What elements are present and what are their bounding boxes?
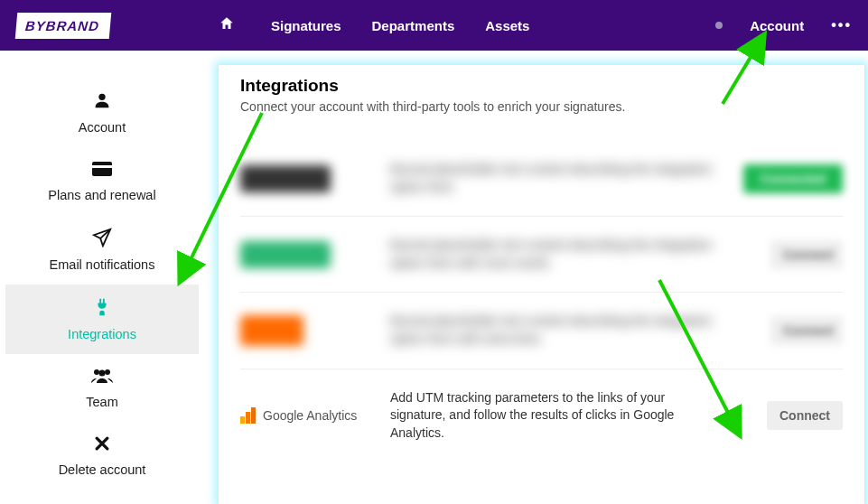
integration-desc: Add UTM tracking parameters to the links… bbox=[390, 389, 720, 443]
status-dot-icon bbox=[715, 22, 723, 29]
svg-rect-2 bbox=[92, 165, 112, 168]
bitly-connect-button[interactable]: Connect bbox=[770, 316, 843, 345]
page-title: Integrations bbox=[240, 76, 843, 96]
nav-signatures[interactable]: Signatures bbox=[271, 18, 341, 33]
sidebar-item-integrations[interactable]: Integrations bbox=[5, 285, 199, 354]
paper-plane-icon bbox=[92, 228, 112, 252]
plug-icon bbox=[92, 297, 112, 322]
freshdesk-connect-button[interactable]: Connect bbox=[770, 240, 843, 269]
integrations-panel: Integrations Connect your account with t… bbox=[219, 65, 864, 504]
integration-desc: blurred placeholder text content describ… bbox=[390, 161, 720, 196]
analytics-bars-icon bbox=[240, 407, 256, 424]
svg-point-0 bbox=[98, 94, 105, 100]
nav-links: Signatures Departments Assets bbox=[271, 18, 529, 33]
main: Integrations Connect your account with t… bbox=[204, 51, 868, 504]
ga-connect-button[interactable]: Connect bbox=[767, 401, 843, 430]
page-subtitle: Connect your account with third-party to… bbox=[240, 99, 843, 114]
ga-name: Google Analytics bbox=[263, 408, 357, 423]
topbar-right: Account ••• bbox=[715, 17, 852, 33]
bitly-logo bbox=[240, 315, 303, 346]
more-menu-icon[interactable]: ••• bbox=[831, 17, 852, 33]
sidebar: Account Plans and renewal Email notifica… bbox=[0, 51, 204, 504]
nav-departments[interactable]: Departments bbox=[372, 18, 455, 33]
svg-point-3 bbox=[94, 369, 99, 375]
gsuite-logo bbox=[240, 165, 331, 192]
sidebar-item-account[interactable]: Account bbox=[0, 78, 204, 147]
nav-assets[interactable]: Assets bbox=[485, 18, 529, 33]
user-icon bbox=[92, 90, 112, 115]
gsuite-connected-button[interactable]: Connected bbox=[743, 164, 843, 193]
integration-desc: blurred placeholder text content describ… bbox=[390, 313, 720, 348]
svg-point-5 bbox=[99, 370, 106, 377]
integration-desc: blurred placeholder text content describ… bbox=[390, 237, 720, 272]
card-icon bbox=[91, 160, 113, 182]
nav-account[interactable]: Account bbox=[750, 18, 804, 33]
sidebar-item-plans[interactable]: Plans and renewal bbox=[0, 147, 204, 215]
integration-row-bitly: blurred placeholder text content describ… bbox=[240, 293, 843, 369]
home-icon[interactable] bbox=[219, 15, 235, 35]
sidebar-item-label: Account bbox=[79, 120, 126, 135]
sidebar-item-label: Team bbox=[86, 395, 117, 409]
team-icon bbox=[90, 367, 114, 389]
sidebar-item-label: Integrations bbox=[68, 327, 136, 341]
google-analytics-logo: Google Analytics bbox=[240, 407, 357, 424]
freshdesk-logo bbox=[240, 241, 331, 268]
sidebar-item-label: Email notifications bbox=[50, 257, 155, 272]
sidebar-item-label: Plans and renewal bbox=[48, 188, 155, 202]
integration-row-freshdesk: blurred placeholder text content describ… bbox=[240, 217, 843, 293]
svg-point-4 bbox=[105, 369, 110, 375]
sidebar-item-delete[interactable]: Delete account bbox=[0, 422, 204, 490]
brand-logo[interactable]: BYBRAND bbox=[15, 13, 112, 39]
sidebar-item-label: Delete account bbox=[59, 462, 146, 477]
sidebar-item-team[interactable]: Team bbox=[0, 354, 204, 422]
topbar: BYBRAND Signatures Departments Assets Ac… bbox=[0, 0, 868, 51]
close-icon bbox=[93, 434, 111, 457]
sidebar-item-email[interactable]: Email notifications bbox=[0, 215, 204, 285]
svg-rect-1 bbox=[92, 162, 112, 176]
integration-row-gsuite: blurred placeholder text content describ… bbox=[240, 141, 843, 217]
integration-row-ga: Google Analytics Add UTM tracking parame… bbox=[240, 369, 843, 462]
